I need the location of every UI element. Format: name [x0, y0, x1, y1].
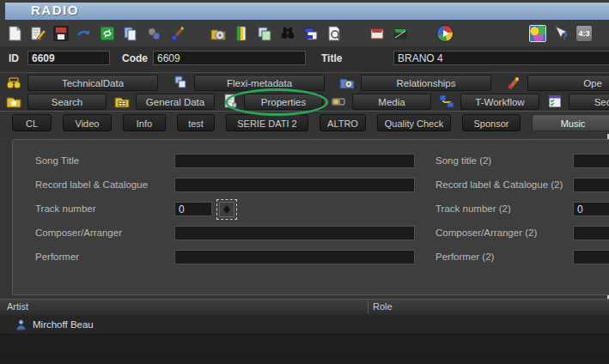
tab-row-primary: TechnicalData Flexi-metadata Relationshi… — [0, 73, 609, 92]
subtab-cl[interactable]: CL — [12, 114, 52, 131]
performer-2-field[interactable] — [573, 250, 609, 264]
subtab-music[interactable]: Music — [532, 114, 609, 131]
title-field[interactable]: BRANO 4 — [393, 51, 609, 65]
composer-arranger-2-label: Composer/Arranger (2) — [435, 228, 537, 238]
paste-special-icon[interactable] — [145, 25, 162, 42]
tab-label: Secon — [569, 94, 609, 110]
performer-field[interactable] — [174, 250, 415, 264]
id-field[interactable]: 6609 — [27, 51, 110, 65]
export-document-icon[interactable] — [302, 25, 320, 42]
title-bar-strip — [5, 3, 609, 20]
general-data-icon — [113, 93, 131, 110]
save-icon[interactable] — [52, 25, 70, 42]
artist-row[interactable]: Mirchoff Beau — [0, 315, 609, 335]
record-label-catalogue-label: Record label & Catalogue — [35, 179, 148, 190]
aspect-ratio-label: 4:3 — [578, 29, 589, 38]
radio-window: RADIO ? 4:3 ID 6609 Code 6609 Title BRAN… — [0, 0, 609, 364]
window-title: RADIO — [31, 3, 79, 17]
composer-arranger-label: Composer/Arranger — [35, 228, 122, 238]
record-label-catalogue-field[interactable] — [174, 178, 415, 192]
media-icon — [330, 93, 347, 110]
refresh-icon[interactable] — [99, 25, 116, 42]
person-icon — [15, 318, 27, 331]
tab-media[interactable]: Media — [325, 93, 433, 110]
artist-list-header: Artist Role — [0, 299, 609, 316]
flexi-metadata-icon — [172, 74, 189, 91]
tab-operations[interactable]: Ope — [500, 74, 609, 91]
subtab-sponsor[interactable]: Sponsor — [462, 114, 521, 131]
edit-document-icon[interactable] — [29, 25, 46, 42]
tab-search[interactable]: Search — [0, 93, 108, 110]
aspect-ratio-icon[interactable]: 4:3 — [576, 25, 593, 42]
spinner-down-icon[interactable] — [223, 209, 230, 214]
artist-column-header[interactable]: Artist — [7, 301, 28, 312]
design-brush-icon[interactable] — [168, 25, 186, 42]
main-toolbar: ? 4:3 — [0, 20, 609, 47]
copy-pages-icon[interactable] — [256, 25, 273, 42]
tab-label: Flexi-metadata — [194, 75, 325, 91]
performer-2-label: Performer (2) — [435, 252, 494, 262]
print-preview-icon[interactable] — [326, 25, 343, 42]
undo-icon[interactable] — [76, 25, 93, 42]
tab-label: Ope — [527, 75, 609, 91]
record-label-catalogue-2-field[interactable] — [573, 178, 609, 192]
track-number-field[interactable]: 0 — [174, 202, 212, 216]
relationships-icon — [338, 74, 356, 91]
subtab-quality-check[interactable]: Quality Check — [377, 114, 451, 131]
tab-t-workflow[interactable]: T-Workflow — [433, 93, 541, 110]
performer-label: Performer — [35, 252, 79, 262]
search-folder-icon — [5, 93, 22, 110]
new-document-icon[interactable] — [6, 25, 23, 42]
tab-label: Search — [27, 94, 107, 110]
track-number-label: Track number — [35, 203, 96, 214]
copy-icon[interactable] — [122, 25, 139, 42]
tab-label: T-Workflow — [460, 94, 539, 110]
folder-green-icon[interactable] — [392, 25, 409, 42]
subtab-row: CL Video Info test SERIE DATI 2 ALTRO Qu… — [0, 112, 609, 134]
tab-label: Media — [352, 94, 431, 110]
role-column-header[interactable]: Role — [373, 301, 393, 312]
subtab-altro[interactable]: ALTRO — [320, 114, 366, 131]
columns-icon[interactable] — [233, 25, 250, 42]
tab-row-secondary: Search General Data Properties Media T-W… — [0, 92, 609, 112]
tab-relationships[interactable]: Relationships — [333, 74, 500, 91]
svg-text:?: ? — [562, 31, 568, 41]
composer-arranger-2-field[interactable] — [573, 226, 609, 240]
song-title-label: Song Title — [35, 155, 79, 166]
tab-technical-data[interactable]: TechnicalData — [0, 74, 167, 91]
live-preview-icon[interactable] — [529, 25, 546, 42]
tab-label: General Data — [136, 94, 215, 110]
artist-name: Mirchoff Beau — [33, 319, 94, 330]
artist-list: Artist Role Mirchoff Beau — [0, 299, 609, 364]
music-form-panel: Song Title Record label & Catalogue Trac… — [12, 139, 609, 295]
code-label: Code — [122, 52, 148, 64]
track-number-2-field[interactable]: 0 — [573, 202, 609, 216]
technical-data-icon — [5, 74, 22, 91]
folder-red-icon[interactable] — [368, 25, 386, 42]
tab-general-data[interactable]: General Data — [108, 93, 216, 110]
media-disc-icon[interactable] — [210, 25, 227, 42]
song-title-2-field[interactable] — [573, 154, 609, 168]
subtab-serie-dati-2[interactable]: SERIE DATI 2 — [226, 114, 308, 131]
song-title-2-label: Song title (2) — [435, 155, 491, 166]
find-binoculars-icon[interactable] — [279, 25, 296, 42]
subtab-info[interactable]: Info — [123, 114, 166, 131]
operations-icon — [505, 74, 522, 91]
subtab-video[interactable]: Video — [63, 114, 112, 131]
help-pointer-icon[interactable]: ? — [552, 25, 569, 42]
song-title-field[interactable] — [174, 154, 415, 168]
track-number-spinner[interactable] — [219, 202, 234, 217]
composer-arranger-field[interactable] — [174, 226, 415, 240]
tab-flexi-metadata[interactable]: Flexi-metadata — [167, 74, 333, 91]
tab-secondary[interactable]: Secon — [541, 93, 609, 110]
properties-icon — [222, 93, 239, 110]
subtab-test[interactable]: test — [177, 114, 215, 131]
column-divider — [368, 300, 368, 313]
empty-row — [0, 335, 609, 352]
tab-label: Properties — [244, 94, 323, 110]
title-bar: RADIO — [0, 0, 609, 20]
media-play-icon[interactable] — [436, 25, 454, 42]
record-label-catalogue-2-label: Record label & Catalogue (2) — [435, 179, 563, 190]
tab-properties[interactable]: Properties — [216, 93, 325, 110]
code-field[interactable]: 6609 — [153, 51, 306, 65]
